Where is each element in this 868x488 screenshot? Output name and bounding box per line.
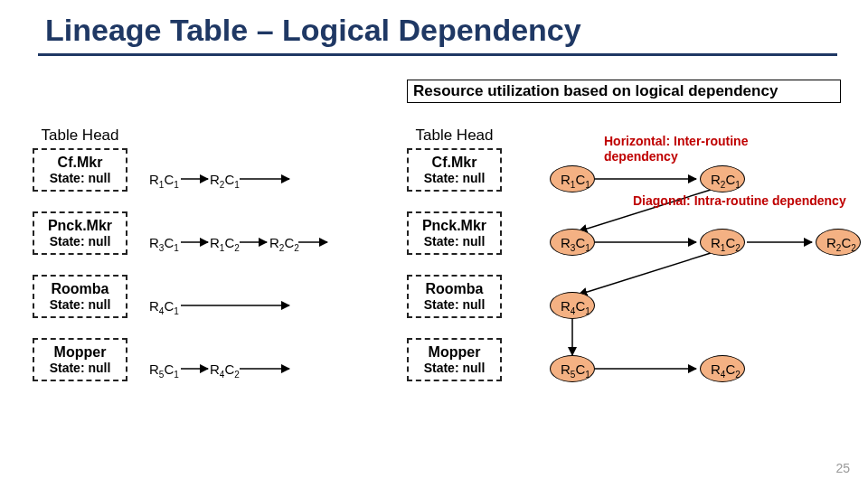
node-r5c1-left: R5C1: [149, 361, 179, 380]
node-r1c1-right: R1C1: [561, 172, 590, 190]
node-r4c1-right: R4C1: [561, 298, 590, 316]
node-r5c1-right: R5C1: [561, 361, 590, 380]
node-r2c2-left: R2C2: [269, 235, 299, 253]
node-r3c1-left: R3C1: [149, 235, 179, 253]
routine-cf-left: Cf.Mkr State: null: [33, 148, 127, 192]
routine-state: State: null: [34, 297, 126, 312]
table-head-right: Table Head: [407, 127, 502, 145]
node-r2c2-right: R2C2: [826, 235, 856, 253]
routine-name: Roomba: [34, 281, 126, 297]
routine-state: State: null: [409, 361, 500, 375]
table-head-left: Table Head: [33, 127, 127, 145]
title-underline: [38, 53, 837, 56]
node-r2c1-left: R2C1: [210, 172, 240, 190]
node-r1c1-left: R1C1: [149, 172, 179, 190]
node-r1c2-right: R1C2: [711, 235, 741, 253]
svg-line-12: [579, 253, 711, 295]
routine-name: Mopper: [409, 344, 500, 361]
routine-mopper-right: Mopper State: null: [407, 338, 502, 381]
routine-state: State: null: [409, 171, 500, 185]
routine-state: State: null: [409, 234, 500, 249]
routine-cf-right: Cf.Mkr State: null: [407, 148, 502, 192]
routine-roomba-left: Roomba State: null: [33, 275, 127, 318]
routine-pnck-left: Pnck.Mkr State: null: [33, 211, 127, 255]
routine-name: Pnck.Mkr: [409, 218, 500, 234]
routine-state: State: null: [409, 297, 500, 312]
page-title: Lineage Table – Logical Dependency: [0, 0, 868, 53]
routine-name: Cf.Mkr: [34, 155, 126, 171]
annotation-horizontal: Horizontal: Inter-routine dependency: [604, 134, 785, 164]
routine-state: State: null: [34, 361, 126, 375]
node-r4c1-left: R4C1: [149, 298, 179, 316]
left-table: Table Head Cf.Mkr State: null Pnck.Mkr S…: [33, 127, 127, 401]
subtitle-box: Resource utilization based on logical de…: [407, 80, 841, 103]
routine-name: Cf.Mkr: [409, 155, 500, 171]
routine-roomba-right: Roomba State: null: [407, 275, 502, 318]
routine-pnck-right: Pnck.Mkr State: null: [407, 211, 502, 255]
node-r2c1-right: R2C1: [711, 172, 741, 190]
node-r3c1-right: R3C1: [561, 235, 590, 253]
routine-state: State: null: [34, 234, 126, 249]
routine-state: State: null: [34, 171, 126, 185]
page-number: 25: [835, 461, 850, 475]
node-r4c2-right: R4C2: [711, 361, 741, 380]
annotation-diagonal: Diagonal: Intra-routine dependency: [633, 193, 868, 209]
node-r4c2-left: R4C2: [210, 361, 240, 380]
node-r1c2-left: R1C2: [210, 235, 240, 253]
routine-name: Roomba: [409, 281, 500, 297]
routine-name: Pnck.Mkr: [34, 218, 126, 234]
diagram-stage: Table Head Cf.Mkr State: null Pnck.Mkr S…: [0, 127, 868, 452]
routine-name: Mopper: [34, 344, 126, 361]
routine-mopper-left: Mopper State: null: [33, 338, 127, 381]
right-table: Table Head Cf.Mkr State: null Pnck.Mkr S…: [407, 127, 502, 401]
